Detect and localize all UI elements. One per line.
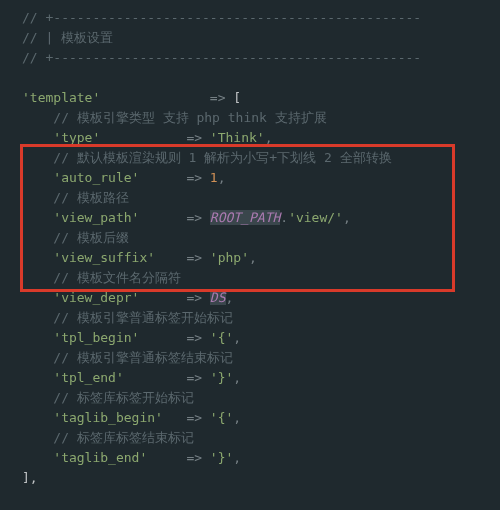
code-line[interactable]: 'type' => 'Think', xyxy=(22,128,500,148)
code-line[interactable]: // 模板引擎类型 支持 php think 支持扩展 xyxy=(22,108,500,128)
code-line[interactable]: 'tpl_begin' => '{', xyxy=(22,328,500,348)
code-line[interactable]: 'tpl_end' => '}', xyxy=(22,368,500,388)
code-line[interactable]: // 标签库标签开始标记 xyxy=(22,388,500,408)
code-line[interactable]: // 模板后缀 xyxy=(22,228,500,248)
code-line[interactable]: // 模板文件名分隔符 xyxy=(22,268,500,288)
code-line[interactable]: 'view_path' => ROOT_PATH.'view/', xyxy=(22,208,500,228)
code-line[interactable]: 'view_depr' => DS, xyxy=(22,288,500,308)
code-line[interactable]: // 标签库标签结束标记 xyxy=(22,428,500,448)
blank-line xyxy=(22,68,500,88)
code-line[interactable]: 'auto_rule' => 1, xyxy=(22,168,500,188)
code-line[interactable]: 'taglib_begin' => '{', xyxy=(22,408,500,428)
code-line[interactable]: // 模板引擎普通标签结束标记 xyxy=(22,348,500,368)
code-line[interactable]: // 模板路径 xyxy=(22,188,500,208)
comment-line: // +------------------------------------… xyxy=(22,8,500,28)
comment-line: // | 模板设置 xyxy=(22,28,500,48)
code-line[interactable]: // 模板引擎普通标签开始标记 xyxy=(22,308,500,328)
code-line[interactable]: 'taglib_end' => '}', xyxy=(22,448,500,468)
code-line[interactable]: 'template' => [ xyxy=(22,88,500,108)
comment-line: // +------------------------------------… xyxy=(22,48,500,68)
code-line[interactable]: 'view_suffix' => 'php', xyxy=(22,248,500,268)
code-line[interactable]: ], xyxy=(22,468,500,488)
code-line[interactable]: // 默认模板渲染规则 1 解析为小写+下划线 2 全部转换 xyxy=(22,148,500,168)
